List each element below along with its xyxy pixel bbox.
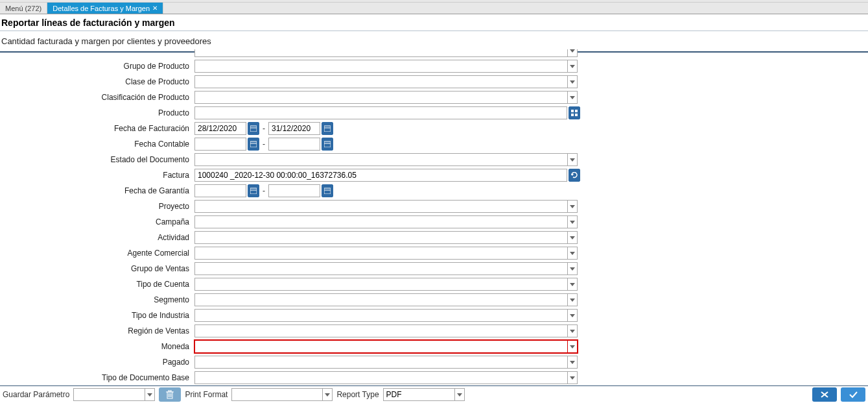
chevron-down-icon[interactable] (145, 388, 155, 401)
chevron-down-icon[interactable] (454, 388, 465, 401)
region-ventas-label: Región de Ventas (0, 326, 194, 336)
form-scroll-area[interactable]: Grupo de Producto Clase de Producto Clas… (0, 49, 868, 385)
chevron-down-icon[interactable] (567, 60, 578, 73)
agente-comercial-input[interactable] (194, 247, 567, 260)
clase-producto-input[interactable] (194, 75, 567, 88)
segmento-input[interactable] (194, 293, 567, 306)
print-format-label: Print Format (185, 390, 228, 399)
tipo-industria-label: Tipo de Industria (0, 311, 194, 320)
chevron-down-icon[interactable] (567, 293, 578, 306)
chevron-down-icon[interactable] (567, 340, 578, 353)
form-row-clase-producto: Clase de Producto (0, 74, 868, 90)
calendar-icon[interactable] (322, 122, 333, 135)
form-row-fecha-facturacion: Fecha de Facturación - (0, 121, 868, 136)
calendar-icon[interactable] (322, 138, 333, 151)
tab-detalles-facturas[interactable]: Detalles de Facturas y Margen ✕ (47, 3, 163, 14)
cancel-button[interactable] (812, 387, 837, 402)
fecha-garantia-from[interactable] (194, 184, 246, 197)
chevron-down-icon[interactable] (567, 247, 578, 260)
tipo-documento-base-input[interactable] (194, 371, 567, 384)
chevron-down-icon[interactable] (322, 388, 333, 401)
svg-rect-3 (575, 114, 578, 116)
report-type-input[interactable] (383, 388, 454, 401)
date-separator: - (261, 124, 267, 133)
close-icon[interactable]: ✕ (152, 5, 158, 12)
print-format-input[interactable] (231, 388, 322, 401)
grupo-ventas-label: Grupo de Ventas (0, 264, 194, 273)
chevron-down-icon[interactable] (567, 200, 578, 213)
fecha-contable-from[interactable] (194, 138, 246, 151)
fecha-facturacion-from[interactable] (194, 122, 246, 135)
form-row-grupo-ventas: Grupo de Ventas (0, 261, 868, 276)
chevron-down-icon[interactable] (567, 278, 578, 291)
form-row-clasificacion-producto: Clasificación de Producto (0, 90, 868, 105)
chevron-down-icon[interactable] (567, 262, 578, 275)
chevron-down-icon[interactable] (567, 231, 578, 244)
actividad-label: Actividad (0, 233, 194, 242)
form-row-fecha-contable: Fecha Contable - (0, 136, 868, 152)
producto-label: Producto (0, 108, 194, 117)
proyecto-input[interactable] (194, 200, 567, 213)
svg-rect-21 (169, 390, 171, 391)
grupo-producto-input[interactable] (194, 60, 567, 73)
fecha-contable-to[interactable] (268, 138, 320, 151)
svg-rect-6 (324, 126, 331, 132)
calendar-icon[interactable] (248, 122, 259, 135)
fecha-garantia-to[interactable] (268, 184, 320, 197)
tipo-cuenta-label: Tipo de Cuenta (0, 280, 194, 289)
tab-menu-label: Menú (272) (5, 5, 41, 12)
clasificacion-producto-input[interactable] (194, 91, 567, 104)
chevron-down-icon[interactable] (567, 309, 578, 322)
moneda-label: Moneda (0, 342, 194, 351)
tipo-cuenta-input[interactable] (194, 278, 567, 291)
grid-icon[interactable] (569, 106, 580, 119)
chevron-down-icon[interactable] (567, 75, 578, 88)
proyecto-label: Proyecto (0, 202, 194, 211)
chevron-down-icon[interactable] (567, 324, 578, 337)
agente-comercial-label: Agente Comercial (0, 249, 194, 258)
form-row-tipo-documento-base: Tipo de Documento Base (0, 370, 868, 385)
page-title: Reportar líneas de facturación y margen (0, 14, 868, 31)
form-row-segmento: Segmento (0, 292, 868, 308)
fecha-facturacion-to[interactable] (268, 122, 320, 135)
calendar-icon[interactable] (248, 138, 259, 151)
factura-input[interactable] (194, 169, 567, 182)
producto-input[interactable] (194, 106, 567, 119)
region-ventas-input[interactable] (194, 324, 567, 337)
actividad-input[interactable] (194, 231, 567, 244)
calendar-icon[interactable] (248, 184, 259, 197)
trash-icon[interactable] (159, 387, 181, 402)
chevron-down-icon[interactable] (567, 91, 578, 104)
pagado-input[interactable] (194, 356, 567, 369)
tipo-documento-base-label: Tipo de Documento Base (0, 373, 194, 382)
svg-rect-2 (571, 114, 574, 116)
chevron-down-icon[interactable] (567, 215, 578, 228)
chevron-down-icon[interactable] (567, 153, 578, 166)
pagado-label: Pagado (0, 358, 194, 367)
tab-strip: Menú (272) Detalles de Facturas y Margen… (0, 3, 868, 14)
chevron-down-icon[interactable] (567, 49, 578, 57)
clasificacion-producto-label: Clasificación de Producto (0, 93, 194, 102)
confirm-button[interactable] (841, 387, 865, 402)
campana-label: Campaña (0, 217, 194, 226)
guardar-parametro-input[interactable] (73, 388, 145, 401)
svg-rect-10 (324, 141, 331, 147)
form-row-moneda: Moneda (0, 339, 868, 354)
calendar-icon[interactable] (322, 184, 333, 197)
svg-rect-1 (575, 110, 578, 112)
tab-menu[interactable]: Menú (272) (0, 3, 47, 14)
chevron-down-icon[interactable] (567, 356, 578, 369)
campana-input[interactable] (194, 215, 567, 228)
grupo-ventas-input[interactable] (194, 262, 567, 275)
form-row-grupo-producto: Grupo de Producto (0, 58, 868, 74)
form-row-tipo-cuenta: Tipo de Cuenta (0, 276, 868, 292)
partial-input[interactable] (194, 49, 567, 57)
moneda-input[interactable] (194, 340, 567, 353)
reset-icon[interactable] (569, 169, 580, 182)
form-row-partial (0, 49, 868, 58)
tipo-industria-input[interactable] (194, 309, 567, 322)
chevron-down-icon[interactable] (567, 371, 578, 384)
estado-documento-input[interactable] (194, 153, 567, 166)
form-row-fecha-garantia: Fecha de Garantía - (0, 183, 868, 199)
fecha-garantia-label: Fecha de Garantía (0, 186, 194, 195)
